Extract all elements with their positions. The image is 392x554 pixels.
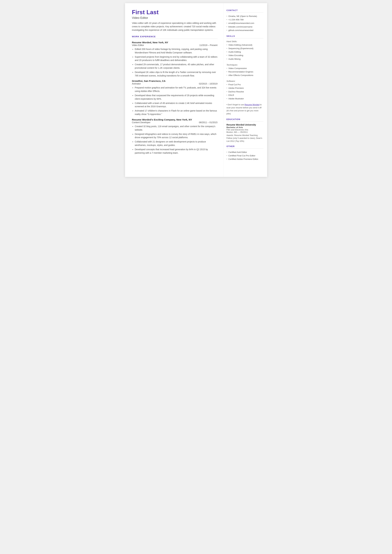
job-title-date-1: Video Editor 11/2019 – Present [132, 44, 217, 46]
job-title-2: Animator [132, 83, 141, 85]
software-list: Final Cut Pro Adobe Premiere DaVinci Res… [227, 83, 263, 100]
list-item: Collaborated with 21 designers on web de… [135, 140, 217, 147]
list-item: Developed 2K video clips to fit the leng… [135, 70, 217, 77]
contact-section-title: CONTACT [227, 9, 263, 12]
job-header-1: Resume Worded, New York, NY [132, 41, 217, 44]
edu-field: Film and Electronic Arts [227, 129, 263, 131]
job-bullets-2: Prepared motion graphics and animation f… [135, 86, 217, 116]
summary-text: Video editor with 10 years of experience… [132, 21, 217, 32]
list-item: After Effects Compositions [227, 74, 263, 77]
list-item: Designed infographics and videos to conv… [135, 133, 217, 140]
education-divider [227, 121, 263, 122]
education-section-title: EDUCATION [227, 118, 263, 120]
list-item: github.com/resumeworded [227, 28, 263, 32]
job-title-3: Content Developer [132, 121, 150, 124]
job-title-date-3: Content Developer 06/2011 – 01/2015 [132, 121, 217, 124]
list-item: Collaborated with a team of 49 animators… [135, 102, 217, 108]
list-item: Audio Editing [227, 50, 263, 54]
edu-awards: Awards: Resume Worded Teaching Fellow (o… [227, 134, 263, 143]
job-date-2: 02/2015 – 10/2019 [199, 83, 217, 85]
software-label: Software: [227, 80, 263, 82]
skills-section-title: SKILLS [227, 35, 263, 37]
list-item: Edited 200 hours of video footage by tri… [135, 48, 217, 55]
right-column: CONTACT Omaha, NE (Open to Remote) +1-23… [223, 3, 267, 177]
work-experience-title: WORK EXPERIENCE [132, 35, 217, 38]
resume-page: First Last Video Editor Video editor wit… [125, 3, 267, 177]
candidate-job-title: Video Editor [132, 16, 217, 20]
list-item: Omaha, NE (Open to Remote) [227, 14, 263, 18]
list-item: Final Cut Pro [227, 83, 263, 86]
job-bullets-1: Edited 200 hours of video footage by tri… [135, 48, 217, 77]
list-item: DaVinci Resolve [227, 90, 263, 93]
list-item: Video Encoding [227, 54, 263, 57]
job-block-3: Resume Worded's Exciting Company, New Yo… [132, 118, 217, 155]
job-header-2: Growthsi, San Francisco, CA [132, 80, 217, 83]
skills-divider [227, 38, 263, 38]
name-title-block: First Last Video Editor [132, 9, 217, 20]
list-item: Video Editing (Advanced) [227, 43, 263, 47]
job-company-3: Resume Worded's Exciting Company, New Yo… [132, 118, 192, 121]
edu-loc-date: Boston, MA — 05/2011 [227, 131, 263, 133]
job-company-1: Resume Worded, New York, NY [132, 41, 168, 44]
job-block-1: Resume Worded, New York, NY Video Editor… [132, 41, 217, 77]
list-item: Developed ideas that surpassed the requi… [135, 94, 217, 101]
job-title-1: Video Editor [132, 44, 144, 46]
list-item: Sequencing (Experienced) [227, 47, 263, 50]
hard-skills-list: Video Editing (Advanced) Sequencing (Exp… [227, 43, 263, 61]
list-item: +1-234-456-789 [227, 18, 263, 21]
job-date-1: 11/2019 – Present [199, 44, 217, 46]
list-item: Certified Adobe Premiere Editor. [227, 157, 263, 161]
candidate-name: First Last [132, 9, 217, 15]
promo-link[interactable]: Resume Worded [245, 104, 259, 106]
list-item: Certified Avid Editor [227, 150, 263, 154]
list-item: Supervised projects from beginning to en… [135, 55, 217, 62]
hard-skills-label: Hard Skills: [227, 40, 263, 43]
list-item: Recommendation Engines [227, 70, 263, 74]
contact-list: Omaha, NE (Open to Remote) +1-234-456-78… [227, 14, 263, 32]
list-item: Adobe Illustrator [227, 97, 263, 100]
job-header-3: Resume Worded's Exciting Company, New Yo… [132, 118, 217, 121]
other-divider [227, 148, 263, 149]
list-item: Audio Mixing [227, 57, 263, 61]
left-column: First Last Video Editor Video editor wit… [125, 3, 223, 177]
list-item: DSLR [227, 93, 263, 97]
other-list: Certified Avid Editor Certified Final Cu… [227, 150, 263, 161]
job-block-2: Growthsi, San Francisco, CA Animator 02/… [132, 80, 217, 116]
list-item: email@resumeworded.com [227, 21, 263, 25]
list-item: Prepared motion graphics and animation f… [135, 86, 217, 93]
other-section-title: OTHER [227, 145, 263, 147]
list-item: Developed concepts that increased lead g… [135, 148, 217, 155]
job-company-2: Growthsi, San Francisco, CA [132, 80, 166, 83]
list-item: Adobe Premiere [227, 86, 263, 90]
job-date-3: 06/2011 – 01/2015 [199, 121, 217, 124]
work-experience-divider [132, 39, 217, 39]
list-item: Video Compression [227, 67, 263, 70]
techniques-label: Techniques: [227, 64, 263, 66]
list-item: Certified Final Cut Pro Editor [227, 154, 263, 157]
list-item: linkedin.com/in/username [227, 25, 263, 28]
list-item: Created 32 blog posts, 116 email campaig… [135, 125, 217, 132]
edu-school: Resume Worded University [227, 124, 263, 126]
job-title-date-2: Animator 02/2015 – 10/2019 [132, 83, 217, 85]
techniques-list: Video Compression Recommendation Engines… [227, 67, 263, 77]
promo-text: • Don't forget to use Resume Worded to s… [227, 103, 263, 115]
list-item: Animated 17 children's characters in Fla… [135, 109, 217, 116]
list-item: Created 29 commercials, 17 product demon… [135, 63, 217, 70]
job-bullets-3: Created 32 blog posts, 116 email campaig… [135, 125, 217, 155]
edu-degree: Bachelor of Arts [227, 126, 263, 129]
